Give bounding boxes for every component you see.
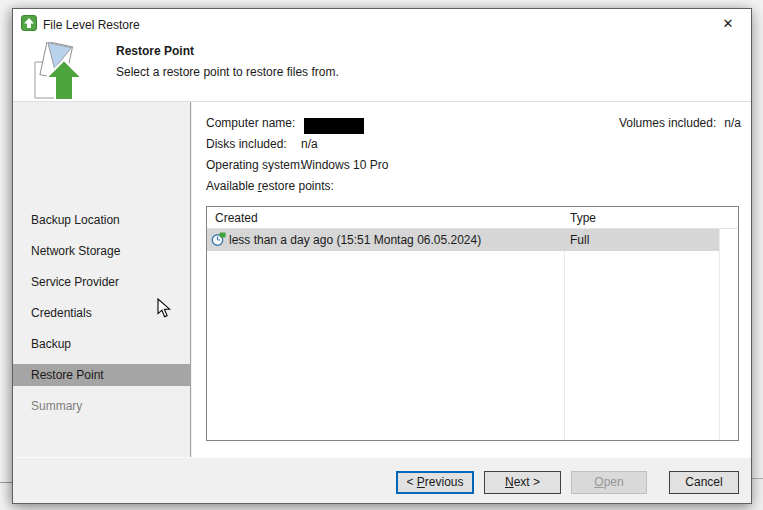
veeam-app-icon <box>21 15 37 31</box>
restore-points-table: Created Type less than a day ago (15:51 … <box>206 206 739 441</box>
next-button[interactable]: Next > <box>484 471 561 494</box>
wizard-steps-sidebar: Backup Location Network Storage Service … <box>13 102 191 457</box>
restore-point-step-icon <box>27 42 93 105</box>
dialog-footer: < Previous Next > Open Cancel <box>13 457 751 503</box>
disks-included-line: Disks included: n/a <box>192 135 612 153</box>
dialog-header-band: File Level Restore ✕ Restore Point Selec… <box>13 9 751 102</box>
restore-point-panel: Computer name: Volumes included:n/a Disk… <box>192 102 751 457</box>
operating-system-line: Operating system: Windows 10 Pro <box>192 156 612 174</box>
close-icon: ✕ <box>723 16 734 31</box>
restore-point-row[interactable]: less than a day ago (15:51 Montag 06.05.… <box>207 229 719 251</box>
computer-name-label: Computer name: <box>206 114 295 132</box>
volumes-included-value: n/a <box>724 116 741 130</box>
sidebar-item-backup-location[interactable]: Backup Location <box>13 209 191 231</box>
background-window-edge-right <box>751 478 763 479</box>
restore-point-type-cell: Full <box>570 229 589 251</box>
computer-name-redacted-value <box>304 118 364 134</box>
titlebar[interactable]: File Level Restore ✕ <box>13 9 751 39</box>
sidebar-item-backup[interactable]: Backup <box>13 333 191 355</box>
dialog-body: Backup Location Network Storage Service … <box>13 102 751 457</box>
sidebar-item-network-storage[interactable]: Network Storage <box>13 240 191 262</box>
window-title: File Level Restore <box>43 17 140 33</box>
column-separator <box>719 207 720 440</box>
column-header-type[interactable]: Type <box>570 207 596 229</box>
cancel-button[interactable]: Cancel <box>669 471 739 494</box>
previous-button[interactable]: < Previous <box>396 471 474 494</box>
disks-included-label: Disks included: <box>206 135 287 153</box>
available-restore-points-line: Available restore points: <box>192 177 612 195</box>
restore-point-clock-icon <box>211 232 226 247</box>
step-title: Restore Point <box>116 44 194 58</box>
sidebar-item-service-provider[interactable]: Service Provider <box>13 271 191 293</box>
sidebar-item-restore-point[interactable]: Restore Point <box>13 364 191 386</box>
disks-included-value: n/a <box>301 135 318 153</box>
open-button: Open <box>571 471 647 494</box>
operating-system-label: Operating system: <box>206 156 303 174</box>
restore-point-created-cell: less than a day ago (15:51 Montag 06.05.… <box>229 229 481 251</box>
file-level-restore-dialog: File Level Restore ✕ Restore Point Selec… <box>12 8 752 504</box>
close-button[interactable]: ✕ <box>707 9 749 37</box>
computer-name-line: Computer name: Volumes included:n/a <box>192 114 751 132</box>
volumes-included: Volumes included:n/a <box>619 114 741 132</box>
mouse-cursor <box>157 298 171 322</box>
column-header-created[interactable]: Created <box>215 207 258 229</box>
step-subtitle: Select a restore point to restore files … <box>116 65 339 79</box>
table-header: Created Type <box>207 207 738 229</box>
available-restore-points-label: Available restore points: <box>206 177 334 195</box>
volumes-included-label: Volumes included: <box>619 116 716 130</box>
sidebar-item-summary: Summary <box>13 395 191 417</box>
operating-system-value: Windows 10 Pro <box>301 156 388 174</box>
